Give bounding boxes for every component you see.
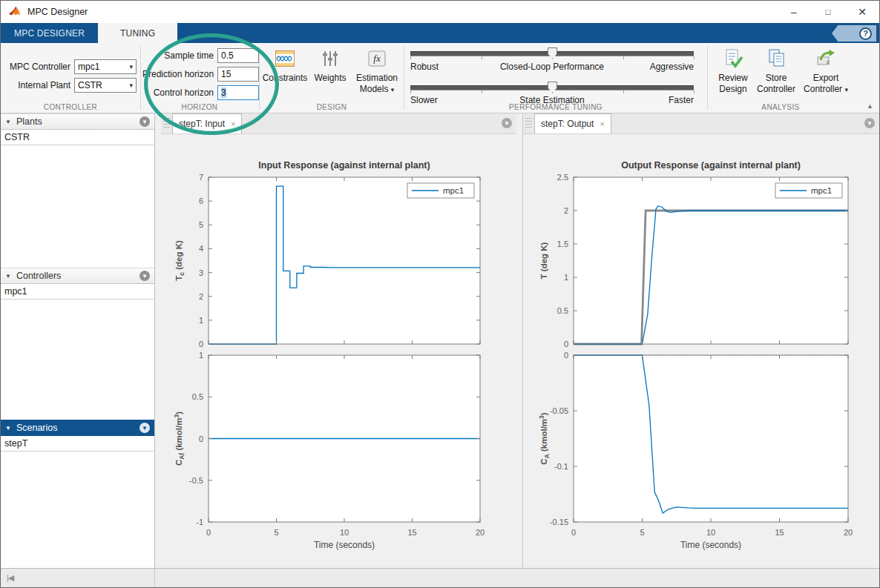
svg-text:0: 0 [206,528,211,537]
maximize-button[interactable]: □ [811,1,845,23]
matlab-logo-icon [8,5,22,19]
close-tab-icon[interactable]: × [600,119,604,128]
constraints-icon [275,49,295,68]
ribbon-collapse-button[interactable]: ▲ [867,102,873,110]
window-title: MPC Designer [27,7,88,17]
tab-strip-menu-icon[interactable]: ▼ [502,118,512,128]
slider-thumb[interactable] [548,82,557,93]
svg-text:mpc1: mpc1 [811,186,832,195]
control-horizon-input[interactable]: 3 [217,85,259,100]
estimation-models-button[interactable]: fx Estimation Models ▾ [353,47,401,96]
svg-text:10: 10 [706,528,715,537]
output-tab-strip: stepT: Output × ▼ [523,113,879,134]
svg-text:Tc​ (deg K): Tc​ (deg K) [174,240,185,281]
svg-text:mpc1: mpc1 [443,186,464,195]
controller-item-mpc1[interactable]: mpc1 [1,284,154,300]
collapse-triangle-icon[interactable]: ▼ [5,425,11,432]
help-icon[interactable]: ? [859,27,872,40]
collapse-triangle-icon[interactable]: ▼ [5,273,11,280]
drag-grip-icon[interactable] [163,118,170,130]
plants-panel-header[interactable]: ▼ Plants ▼ [1,113,154,130]
store-controller-icon [766,48,787,69]
svg-text:Input Response (against intern: Input Response (against internal plant) [258,160,430,171]
slider-thumb[interactable] [548,47,557,59]
internal-plant-label: Internal Plant [4,80,74,90]
status-bar: |◀ [1,568,879,587]
svg-text:c: c [827,59,830,65]
svg-text:2: 2 [564,206,568,215]
tab-tuning[interactable]: TUNING [98,23,177,43]
chevron-down-icon: ▾ [123,82,133,89]
output-document-pane: stepT: Output × ▼ 00.511.522.5Output Res… [522,113,879,569]
review-design-button[interactable]: Review Design [714,47,752,95]
svg-text:15: 15 [775,528,784,537]
svg-text:CA​ (kmol/m3​): CA​ (kmol/m3​) [538,412,551,464]
mpc-controller-label: MPC Controller [4,62,74,72]
chevron-down-icon: ▾ [123,63,133,70]
svg-text:3: 3 [199,268,203,277]
svg-text:2: 2 [199,292,203,301]
svg-text:1: 1 [199,351,203,360]
input-document-pane: stepT: Input × ▼ 01234567Input Response … [161,113,516,569]
svg-text:1: 1 [199,316,203,325]
closed-loop-performance-slider[interactable] [410,47,694,59]
tab-stept-output[interactable]: stepT: Output × [534,113,611,133]
control-horizon-label: Control horizon [142,87,217,98]
collapse-triangle-icon[interactable]: ▼ [5,119,11,125]
sample-time-label: Sample time [142,50,217,61]
controllers-panel-header[interactable]: ▼ Controllers ▼ [1,268,154,284]
svg-text:CAf​ (kmol/m3​): CAf​ (kmol/m3​) [173,412,185,466]
svg-text:5: 5 [274,528,278,537]
analysis-section-label: ANALYSIS [708,103,853,111]
horizon-section-label: HORIZON [141,103,258,111]
performance-tuning-section-label: PERFORMANCE TUNING [404,103,707,111]
mpc-designer-window: MPC Designer – □ ✕ MPC DESIGNER TUNING ?… [0,0,880,588]
constraints-button[interactable]: Constraints [261,47,309,84]
panel-menu-icon[interactable]: ▼ [139,423,150,433]
output-response-chart: 00.511.522.5Output Response (against int… [523,134,878,570]
mpc-controller-dropdown[interactable]: mpc1 ▾ [74,59,137,74]
panel-menu-icon[interactable]: ▼ [139,271,150,281]
sidebar-splitter[interactable] [155,113,161,569]
window-controls: – □ ✕ [777,1,879,23]
svg-text:-0.05: -0.05 [550,406,568,415]
close-tab-icon[interactable]: × [231,119,235,128]
design-section: Constraints Weights [260,43,404,113]
pane-splitter[interactable] [516,113,522,569]
plant-item-cstr[interactable]: CSTR [1,130,154,145]
svg-text:4: 4 [199,244,203,253]
tab-mpc-designer[interactable]: MPC DESIGNER [1,23,98,43]
plants-panel: ▼ Plants ▼ CSTR [1,113,154,268]
ribbon-toolbar: MPC Controller mpc1 ▾ Internal Plant CST… [1,43,879,113]
export-controller-button[interactable]: c Export Controller ▾ [800,47,852,96]
aggressive-label: Aggressive [650,62,694,72]
close-button[interactable]: ✕ [845,1,879,23]
scenarios-panel: ▼ Scenarios ▼ stepT [1,420,154,569]
svg-text:20: 20 [844,528,853,537]
svg-text:7: 7 [199,173,203,182]
internal-plant-dropdown[interactable]: CSTR ▾ [74,78,137,93]
state-estimation-slider[interactable] [410,82,694,93]
scenario-item-stept[interactable]: stepT [1,436,154,452]
svg-text:15: 15 [407,528,416,537]
scenarios-panel-header[interactable]: ▼ Scenarios ▼ [1,420,154,436]
svg-text:0: 0 [564,351,568,360]
svg-text:10: 10 [340,528,349,537]
ribbon-tab-bar: MPC DESIGNER TUNING ? [1,23,879,43]
tab-strip-menu-icon[interactable]: ▼ [864,118,875,128]
panel-menu-icon[interactable]: ▼ [139,116,150,127]
sample-time-input[interactable]: 0.5 [217,48,259,63]
chevron-down-icon: ▾ [844,86,848,93]
prediction-horizon-input[interactable]: 15 [217,67,259,82]
collapse-browser-icon[interactable]: |◀ [7,573,13,583]
tab-stept-input[interactable]: stepT: Input × [172,113,242,133]
svg-text:2.5: 2.5 [557,173,568,182]
store-controller-button[interactable]: Store Controller [752,47,800,95]
drag-grip-icon[interactable] [525,118,532,130]
weights-button[interactable]: Weights [309,47,352,84]
help-badge[interactable]: ? [832,25,876,42]
svg-text:0: 0 [199,340,203,348]
minimize-button[interactable]: – [777,1,811,23]
analysis-section: Review Design Store Controller [708,43,853,113]
svg-text:Output Response (against inter: Output Response (against internal plant) [621,160,801,171]
